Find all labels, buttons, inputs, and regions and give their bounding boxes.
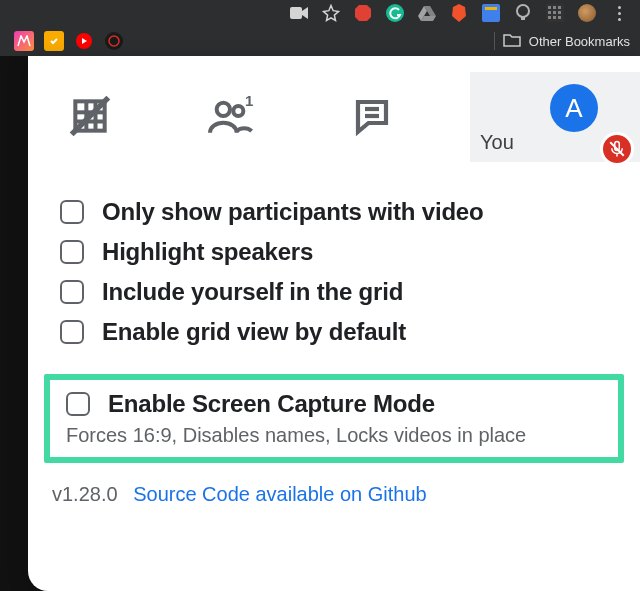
bookmark-myntra[interactable] xyxy=(14,31,34,51)
svg-rect-9 xyxy=(553,6,556,9)
self-label: You xyxy=(480,131,514,154)
options-list: Only show participants with video Highli… xyxy=(28,162,640,352)
bookmark-yellow[interactable] xyxy=(44,31,64,51)
bookmark-bar: Other Bookmarks xyxy=(0,26,640,56)
grid-off-icon[interactable] xyxy=(62,88,118,144)
checkbox[interactable] xyxy=(60,280,84,304)
brave-icon[interactable] xyxy=(450,4,468,22)
option-label: Highlight speakers xyxy=(102,238,313,266)
svg-point-18 xyxy=(105,32,123,50)
checkbox[interactable] xyxy=(60,200,84,224)
drive-icon[interactable] xyxy=(418,4,436,22)
svg-point-5 xyxy=(517,5,529,17)
browser-chrome: Other Bookmarks xyxy=(0,0,640,56)
menu-icon[interactable] xyxy=(610,4,628,22)
option-label: Include yourself in the grid xyxy=(102,278,403,306)
bookmark-dark[interactable] xyxy=(104,31,124,51)
option-screen-capture[interactable]: Enable Screen Capture Mode xyxy=(66,388,610,420)
option-only-video[interactable]: Only show participants with video xyxy=(60,192,616,232)
option-highlight-speakers[interactable]: Highlight speakers xyxy=(60,232,616,272)
footer: v1.28.0 Source Code available on Github xyxy=(28,483,640,506)
self-video-tile[interactable]: A You xyxy=(470,72,640,162)
chat-icon[interactable] xyxy=(344,88,400,144)
grid-ext-icon[interactable] xyxy=(546,4,564,22)
source-link[interactable]: Source Code available on Github xyxy=(133,483,427,505)
grammarly-icon[interactable] xyxy=(386,4,404,22)
svg-text:1: 1 xyxy=(245,96,253,109)
layout-tabs: 1 A You xyxy=(28,72,640,162)
svg-point-27 xyxy=(233,106,243,116)
bulb-icon[interactable] xyxy=(514,4,532,22)
folder-icon xyxy=(503,33,521,50)
camera-icon[interactable] xyxy=(290,4,308,22)
svg-rect-6 xyxy=(521,17,525,20)
svg-rect-11 xyxy=(548,11,551,14)
version-text: v1.28.0 xyxy=(52,483,118,505)
adblock-icon[interactable] xyxy=(354,4,372,22)
svg-point-26 xyxy=(217,103,230,116)
checkbox[interactable] xyxy=(60,320,84,344)
option-label: Only show participants with video xyxy=(102,198,483,226)
svg-rect-8 xyxy=(548,6,551,9)
mic-muted-icon[interactable] xyxy=(600,132,634,166)
profile-avatar[interactable] xyxy=(578,4,596,22)
bookmark-ytmusic[interactable] xyxy=(74,31,94,51)
option-description: Forces 16:9, Disables names, Locks video… xyxy=(66,424,610,447)
checkbox[interactable] xyxy=(60,240,84,264)
checkbox[interactable] xyxy=(66,392,90,416)
svg-rect-13 xyxy=(558,11,561,14)
svg-rect-14 xyxy=(548,16,551,19)
svg-rect-3 xyxy=(482,4,500,22)
svg-rect-12 xyxy=(553,11,556,14)
star-icon[interactable] xyxy=(322,4,340,22)
svg-rect-16 xyxy=(558,16,561,19)
svg-rect-15 xyxy=(553,16,556,19)
svg-marker-1 xyxy=(355,5,371,21)
people-icon[interactable]: 1 xyxy=(202,88,258,144)
option-include-self[interactable]: Include yourself in the grid xyxy=(60,272,616,312)
svg-rect-10 xyxy=(558,6,561,9)
bookmark-divider xyxy=(494,32,495,50)
self-avatar: A xyxy=(550,84,598,132)
browser-toolbar xyxy=(0,0,640,26)
dictionary-icon[interactable] xyxy=(482,4,500,22)
extension-panel: 1 A You Only show partici xyxy=(28,56,640,591)
other-bookmarks[interactable]: Other Bookmarks xyxy=(529,34,630,49)
screen-capture-highlight: Enable Screen Capture Mode Forces 16:9, … xyxy=(44,374,624,463)
option-label: Enable Screen Capture Mode xyxy=(108,390,435,418)
option-grid-default[interactable]: Enable grid view by default xyxy=(60,312,616,352)
svg-rect-4 xyxy=(485,7,497,10)
svg-rect-0 xyxy=(290,7,302,19)
option-label: Enable grid view by default xyxy=(102,318,406,346)
